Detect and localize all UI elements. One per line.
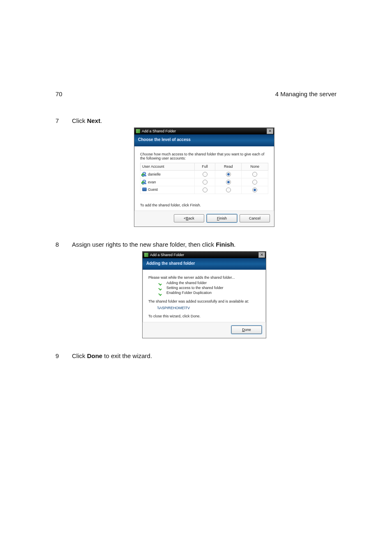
window-title-wrap: Add a Shared Folder — [144, 253, 184, 257]
page-number: 70 — [55, 90, 62, 97]
window-icon — [144, 253, 148, 257]
list-item: Adding the shared folder — [159, 281, 260, 285]
step-body: Click Next. Add a Shared Folder ✕ Choose… — [72, 117, 337, 236]
back-button[interactable]: < Back — [174, 214, 204, 222]
step-text: Click Next. — [72, 117, 102, 124]
perm-row: danielle — [141, 170, 268, 178]
step-suffix: . — [234, 241, 235, 248]
close-hint: To close this wizard, click Done. — [148, 314, 260, 318]
radio-read[interactable] — [215, 170, 242, 178]
steps-list: 7 Click Next. Add a Shared Folder ✕ Choo… — [55, 117, 337, 359]
col-full: Full — [195, 163, 215, 170]
button-bar: Done — [143, 322, 266, 338]
step-suffix: to exit the wizard. — [102, 352, 152, 359]
user-name: Guest — [148, 187, 158, 192]
user-cell: evan — [141, 178, 195, 186]
dialog-choose-access: Add a Shared Folder ✕ Choose the level o… — [134, 127, 274, 227]
dialog-body: Please wait while the server adds the sh… — [143, 270, 266, 321]
dialog-banner: Adding the shared folder — [143, 258, 266, 270]
item-label: Setting access to the shared folder — [166, 286, 224, 290]
dialog-hint: To add the shared folder, click Finish. — [140, 203, 268, 207]
window-title-wrap: Add a Shared Folder — [136, 129, 176, 133]
col-user: User Account — [141, 163, 195, 170]
dialog-body: Choose how much access to the shared fol… — [134, 146, 274, 210]
user-name: evan — [148, 180, 156, 184]
guest-icon — [142, 187, 147, 191]
step-9: 9 Click Done to exit the wizard. — [55, 352, 337, 359]
step-keyword: Next — [87, 117, 101, 124]
page-header: 70 4 Managing the server — [55, 90, 337, 97]
close-icon[interactable]: ✕ — [258, 252, 265, 258]
perm-row: evan — [141, 178, 268, 186]
radio-full[interactable] — [195, 170, 215, 178]
user-name: danielle — [148, 172, 161, 176]
step-number: 7 — [55, 117, 63, 236]
button-bar: < Back Finish Cancel — [134, 210, 274, 227]
user-cell: Guest — [141, 186, 195, 194]
step-prefix: Assign user rights to the new share fold… — [72, 241, 216, 248]
step-body: Assign user rights to the new share fold… — [72, 241, 337, 347]
col-read: Read — [215, 163, 242, 170]
finish-button[interactable]: Finish — [207, 214, 237, 222]
progress-checklist: Adding the shared folder Setting access … — [148, 281, 260, 295]
radio-read[interactable] — [215, 186, 242, 194]
user-icon — [142, 172, 146, 176]
step-prefix: Click — [72, 352, 87, 359]
step-text: Assign user rights to the new share fold… — [72, 241, 236, 248]
item-label: Adding the shared folder — [166, 281, 207, 285]
window-title: Add a Shared Folder — [142, 129, 176, 133]
step-text: Click Done to exit the wizard. — [72, 352, 152, 359]
check-icon — [159, 286, 163, 290]
user-cell: danielle — [141, 170, 195, 178]
radio-full[interactable] — [195, 178, 215, 186]
check-icon — [159, 281, 163, 285]
share-path: \\ASPIREHOME\TV — [157, 306, 260, 310]
titlebar: Add a Shared Folder ✕ — [134, 128, 274, 134]
radio-none[interactable] — [242, 186, 268, 194]
instruction-text: Choose how much access to the shared fol… — [140, 152, 268, 161]
user-icon — [142, 180, 146, 184]
window-icon — [136, 129, 140, 133]
list-item: Setting access to the shared folder — [159, 286, 260, 290]
step-suffix: . — [100, 117, 102, 124]
step-prefix: Click — [72, 117, 87, 124]
dialog-banner: Choose the level of access — [134, 134, 274, 146]
step-body: Click Done to exit the wizard. — [72, 352, 337, 359]
step-8: 8 Assign user rights to the new share fo… — [55, 241, 337, 347]
success-text: The shared folder was added successfully… — [148, 299, 260, 303]
radio-full[interactable] — [195, 186, 215, 194]
radio-none[interactable] — [242, 178, 268, 186]
manual-page: 70 4 Managing the server 7 Click Next. A… — [0, 0, 392, 555]
close-icon[interactable]: ✕ — [267, 128, 273, 134]
permissions-table: User Account Full Read None danielle — [140, 163, 268, 194]
instruction-text: Please wait while the server adds the sh… — [148, 275, 260, 280]
step-number: 8 — [55, 241, 63, 347]
col-none: None — [242, 163, 268, 170]
radio-read[interactable] — [215, 178, 242, 186]
titlebar: Add a Shared Folder ✕ — [143, 252, 266, 258]
step-7: 7 Click Next. Add a Shared Folder ✕ Choo… — [55, 117, 337, 236]
step-keyword: Done — [87, 352, 103, 359]
step-number: 9 — [55, 352, 63, 359]
window-title: Add a Shared Folder — [150, 253, 184, 257]
dialog-adding-folder: Add a Shared Folder ✕ Adding the shared … — [142, 251, 266, 338]
chapter-title: 4 Managing the server — [275, 90, 337, 97]
perm-row: Guest — [141, 186, 268, 194]
done-button[interactable]: Done — [231, 326, 262, 334]
cancel-button[interactable]: Cancel — [240, 214, 270, 222]
list-item: Enabling Folder Duplication — [159, 291, 260, 295]
check-icon — [159, 291, 163, 295]
step-keyword: Finish — [216, 241, 234, 248]
radio-none[interactable] — [242, 170, 268, 178]
item-label: Enabling Folder Duplication — [166, 291, 212, 295]
